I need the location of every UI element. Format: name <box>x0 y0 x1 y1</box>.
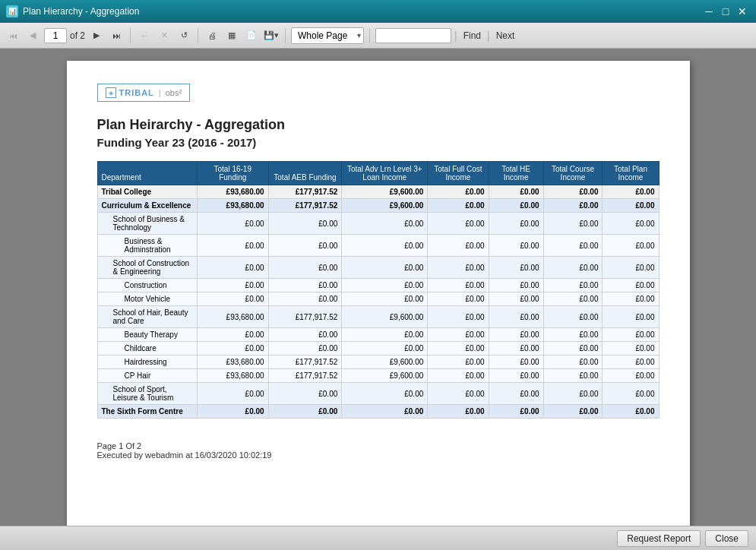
table-cell: £0.00 <box>197 405 268 419</box>
table-cell: Tribal College <box>97 185 197 199</box>
table-row: Business & Adminstration£0.00£0.00£0.00£… <box>97 235 659 257</box>
table-cell: £0.00 <box>428 185 489 199</box>
separator-1 <box>130 28 131 43</box>
footer-exec: Executed by webadmin at 16/03/2020 10:02… <box>97 450 660 460</box>
table-cell: £0.00 <box>489 306 543 328</box>
table-cell: £0.00 <box>197 342 268 356</box>
table-cell: £0.00 <box>428 213 489 235</box>
table-cell: £0.00 <box>197 279 268 292</box>
table-cell: £0.00 <box>603 356 659 369</box>
table-cell: £9,600.00 <box>342 306 428 328</box>
view-button[interactable]: ▦ <box>223 27 240 44</box>
page-total-label: of 2 <box>70 30 85 41</box>
table-cell: Construction <box>97 279 197 292</box>
col-header-f3: Total Adv Lrn Level 3+ Loan Income <box>342 162 428 185</box>
nav-prev-button[interactable]: ◀ <box>24 27 41 44</box>
logo-area: ◈ TRIBAL | obs² <box>97 84 660 102</box>
table-cell: £0.00 <box>489 213 543 235</box>
table-row: Construction£0.00£0.00£0.00£0.00£0.00£0.… <box>97 279 659 292</box>
report-table: Department Total 16-19 Funding Total AEB… <box>97 161 660 419</box>
table-row: School of Hair, Beauty and Care£93,680.0… <box>97 306 659 328</box>
col-header-f2: Total AEB Funding <box>268 162 342 185</box>
logo-obs: obs² <box>166 88 182 97</box>
table-cell: Childcare <box>97 342 197 356</box>
next-button[interactable]: Next <box>493 30 518 41</box>
table-cell: The Sixth Form Centre <box>97 405 197 419</box>
table-cell: £0.00 <box>268 383 342 405</box>
main-area: ◈ TRIBAL | obs² Plan Heirarchy - Aggrega… <box>0 49 756 526</box>
table-cell: £9,600.00 <box>342 369 428 383</box>
table-cell: £0.00 <box>268 328 342 342</box>
table-row: School of Construction & Engineering£0.0… <box>97 257 659 279</box>
col-header-f6: Total Course Income <box>543 162 603 185</box>
table-cell: £0.00 <box>342 292 428 306</box>
table-cell: School of Hair, Beauty and Care <box>97 306 197 328</box>
table-cell: £0.00 <box>268 279 342 292</box>
table-cell: £0.00 <box>543 383 603 405</box>
table-cell: £0.00 <box>428 292 489 306</box>
table-cell: £0.00 <box>543 405 603 419</box>
separator-3 <box>285 28 286 43</box>
table-cell: CP Hair <box>97 369 197 383</box>
export-button[interactable]: 💾▾ <box>263 27 280 44</box>
logo-box: ◈ TRIBAL | obs² <box>97 84 191 102</box>
nav-last-button[interactable]: ⏭ <box>108 27 125 44</box>
zoom-select[interactable]: Whole Page 50% 75% 100% 125% 150% <box>291 27 364 44</box>
find-separator: | <box>454 30 457 42</box>
table-cell: £9,600.00 <box>342 356 428 369</box>
zoom-wrapper: Whole Page 50% 75% 100% 125% 150% ▾ <box>291 27 364 44</box>
table-row: Motor Vehicle£0.00£0.00£0.00£0.00£0.00£0… <box>97 292 659 306</box>
table-cell: £9,600.00 <box>342 199 428 213</box>
table-cell: £0.00 <box>603 405 659 419</box>
separator-2 <box>198 28 198 43</box>
table-cell: £0.00 <box>543 279 603 292</box>
table-cell: £0.00 <box>603 369 659 383</box>
table-cell: £0.00 <box>603 292 659 306</box>
back-button[interactable]: ← <box>136 27 153 44</box>
close-button[interactable]: ✕ <box>735 4 750 19</box>
footer-page: Page 1 Of 2 <box>97 441 660 450</box>
stop-button[interactable]: ✕ <box>156 27 172 44</box>
table-cell: £0.00 <box>428 356 489 369</box>
find-next-separator: | <box>487 30 490 42</box>
table-cell: £177,917.52 <box>268 185 342 199</box>
request-report-button[interactable]: Request Report <box>617 530 701 547</box>
table-cell: £0.00 <box>428 405 489 419</box>
table-cell: £0.00 <box>489 235 543 257</box>
table-cell: £0.00 <box>428 279 489 292</box>
print-button[interactable]: 🖨 <box>204 27 220 44</box>
toolbar: ⏮ ◀ 1 of 2 ▶ ⏭ ← ✕ ↺ 🖨 ▦ 📄 💾▾ Whole Page… <box>0 23 756 49</box>
maximize-button[interactable]: □ <box>718 4 733 19</box>
table-row: The Sixth Form Centre£0.00£0.00£0.00£0.0… <box>97 405 659 419</box>
table-cell: £93,680.00 <box>197 199 268 213</box>
nav-next-button[interactable]: ▶ <box>88 27 105 44</box>
table-row: Childcare£0.00£0.00£0.00£0.00£0.00£0.00£… <box>97 342 659 356</box>
table-cell: £177,917.52 <box>268 369 342 383</box>
page-number-input[interactable]: 1 <box>44 28 67 43</box>
report-title: Plan Heirarchy - Aggregation <box>97 117 660 133</box>
table-cell: £9,600.00 <box>342 185 428 199</box>
table-cell: £0.00 <box>489 383 543 405</box>
nav-first-button[interactable]: ⏮ <box>5 27 21 44</box>
table-cell: £0.00 <box>197 292 268 306</box>
separator-4 <box>369 28 370 43</box>
table-cell: Hairdressing <box>97 356 197 369</box>
table-cell: £0.00 <box>543 342 603 356</box>
find-button[interactable]: Find <box>460 30 484 41</box>
table-cell: £0.00 <box>603 185 659 199</box>
page-layout-button[interactable]: 📄 <box>243 27 260 44</box>
window-controls: ─ □ ✕ <box>701 4 750 19</box>
minimize-button[interactable]: ─ <box>701 4 716 19</box>
table-cell: £0.00 <box>543 292 603 306</box>
close-dialog-button[interactable]: Close <box>705 530 748 547</box>
table-cell: School of Sport, Leisure & Tourism <box>97 383 197 405</box>
app-icon: 📊 <box>6 5 18 17</box>
find-input[interactable] <box>375 28 451 43</box>
table-cell: £0.00 <box>342 405 428 419</box>
table-cell: £0.00 <box>197 213 268 235</box>
table-cell: £0.00 <box>603 279 659 292</box>
table-cell: £0.00 <box>543 306 603 328</box>
table-cell: £0.00 <box>543 213 603 235</box>
table-cell: £0.00 <box>489 257 543 279</box>
refresh-button[interactable]: ↺ <box>176 27 192 44</box>
